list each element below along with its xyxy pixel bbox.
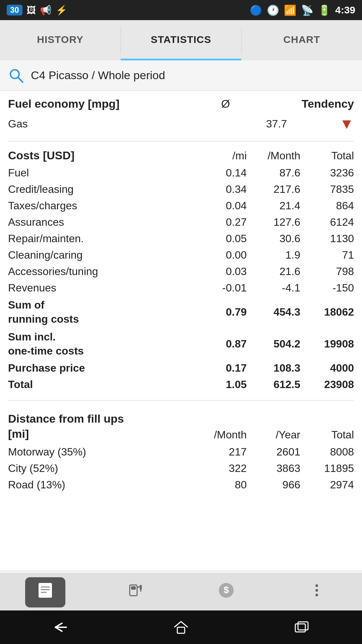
status-signal-icon: 📡 [301, 4, 313, 16]
tendency-down-arrow: ▼ [339, 116, 354, 131]
dist-motorway-total: 8008 [300, 446, 354, 458]
dist-road-label: Road (13%) [8, 479, 193, 491]
svg-rect-2 [39, 583, 52, 598]
status-icon-image: 🖼 [26, 5, 36, 16]
cost-row-purchase: Purchase price 0.17 108.3 4000 [8, 360, 354, 376]
cost-assurances-month: 127.6 [247, 216, 300, 228]
nav-fuel-button[interactable] [116, 577, 156, 607]
tab-history[interactable]: HISTORY [0, 20, 120, 60]
cost-taxes-mi: 0.04 [200, 200, 247, 212]
dist-city-label: City (52%) [8, 462, 193, 475]
svg-point-15 [315, 594, 318, 596]
cost-credit-mi: 0.34 [200, 183, 247, 196]
cost-row-total: Total 1.05 612.5 23908 [8, 376, 354, 393]
fuel-economy-gas-label: Gas [8, 118, 233, 130]
cost-row-fuel: Fuel 0.14 87.6 3236 [8, 165, 354, 181]
cost-cleaning-mi: 0.00 [200, 249, 247, 261]
cost-cleaning-label: Cleaning/caring [8, 249, 200, 261]
sys-back-button[interactable] [37, 614, 84, 641]
nav-notes-button[interactable] [25, 577, 65, 607]
nav-costs-button[interactable]: $ [206, 577, 246, 607]
svg-rect-9 [140, 585, 142, 590]
cost-row-sum-running: Sum ofrunning costs 0.79 454.3 18062 [8, 296, 354, 328]
status-bar: 30 🖼 📢 ⚡ 🔵 🕐 📶 📡 🔋 4:39 [0, 0, 362, 20]
cost-cleaning-total: 71 [300, 249, 354, 261]
cost-taxes-total: 864 [300, 200, 354, 212]
svg-rect-19 [298, 622, 308, 630]
cost-fuel-month: 87.6 [247, 167, 300, 179]
svg-rect-17 [177, 627, 185, 633]
cost-total-month: 612.5 [247, 378, 300, 391]
distance-col-total: Total [300, 429, 354, 441]
status-battery-icon: 🔋 [318, 4, 330, 16]
dist-road-year: 966 [247, 479, 300, 491]
cost-total-label: Total [8, 378, 200, 391]
cost-revenues-month: -4.1 [247, 282, 300, 294]
status-bar-left: 30 🖼 📢 ⚡ [7, 5, 67, 16]
cost-row-repair: Repair/mainten. 0.05 30.6 1130 [8, 230, 354, 247]
dollar-icon: $ [218, 582, 235, 603]
cost-assurances-total: 6124 [300, 216, 354, 228]
cost-credit-month: 217.6 [247, 183, 300, 196]
cost-revenues-mi: -0.01 [200, 282, 247, 294]
cost-row-sum-incl: Sum incl.one-time costs 0.87 504.2 19908 [8, 328, 354, 360]
status-icon-volume: 📢 [40, 5, 52, 16]
cost-sum-incl-total: 19908 [300, 338, 354, 350]
tab-bar: HISTORY STATISTICS CHART [0, 20, 362, 60]
svg-rect-18 [295, 624, 305, 632]
cost-accessories-month: 21.6 [247, 265, 300, 278]
dist-city-total: 11895 [300, 462, 354, 475]
cost-sum-running-label: Sum ofrunning costs [8, 298, 200, 326]
dist-row-city: City (52%) 322 3863 11895 [8, 460, 354, 477]
notes-icon [37, 582, 54, 603]
dist-motorway-label: Motorway (35%) [8, 446, 193, 458]
dist-city-year: 3863 [247, 462, 300, 475]
cost-revenues-label: Revenues [8, 282, 200, 294]
dist-row-motorway: Motorway (35%) 217 2601 8008 [8, 444, 354, 460]
cost-repair-label: Repair/mainten. [8, 232, 200, 245]
bottom-nav: $ [0, 574, 362, 610]
svg-point-13 [315, 584, 318, 587]
svg-rect-7 [131, 586, 136, 590]
fuel-economy-header: Fuel economy [mpg] Ø Tendency [8, 97, 354, 110]
cost-accessories-total: 798 [300, 265, 354, 278]
cost-revenues-total: -150 [300, 282, 354, 294]
dist-road-month: 80 [193, 479, 247, 491]
distance-col-month: /Month [193, 429, 247, 441]
nav-more-button[interactable] [297, 577, 337, 607]
distance-col-year: /Year [247, 429, 300, 441]
cost-sum-incl-mi: 0.87 [200, 338, 247, 350]
svg-point-14 [315, 589, 318, 592]
cost-fuel-label: Fuel [8, 167, 200, 179]
divider-fuel-costs [8, 141, 354, 142]
cost-row-cleaning: Cleaning/caring 0.00 1.9 71 [8, 247, 354, 263]
system-nav-bar [0, 610, 362, 644]
cost-assurances-label: Assurances [8, 216, 200, 228]
fuel-economy-col-tendency: Tendency [287, 97, 354, 110]
cost-purchase-total: 4000 [300, 362, 354, 374]
tab-chart[interactable]: CHART [242, 20, 362, 60]
sys-recents-button[interactable] [278, 614, 325, 641]
cost-sum-running-mi: 0.79 [200, 306, 247, 318]
cost-taxes-month: 21.4 [247, 200, 300, 212]
cost-fuel-total: 3236 [300, 167, 354, 179]
cost-repair-total: 1130 [300, 232, 354, 245]
tab-statistics[interactable]: STATISTICS [121, 20, 241, 60]
fuel-economy-gas-row: Gas 37.7 ▼ [8, 114, 354, 134]
svg-line-1 [18, 77, 23, 82]
distance-title: Distance from fill ups[mi] [8, 411, 193, 441]
cost-row-taxes: Taxes/charges 0.04 21.4 864 [8, 198, 354, 214]
more-dots-icon [314, 582, 319, 603]
dist-motorway-year: 2601 [247, 446, 300, 458]
search-bar: C4 Picasso / Whole period [0, 60, 362, 91]
cost-taxes-label: Taxes/charges [8, 200, 200, 212]
cost-credit-label: Credit/leasing [8, 183, 200, 196]
section-distance: Distance from fill ups[mi] /Month /Year … [8, 405, 354, 496]
cost-row-credit: Credit/leasing 0.34 217.6 7835 [8, 181, 354, 198]
fuel-pump-icon [127, 582, 144, 603]
cost-row-assurances: Assurances 0.27 127.6 6124 [8, 214, 354, 230]
cost-accessories-mi: 0.03 [200, 265, 247, 278]
sys-home-button[interactable] [158, 614, 204, 641]
cost-sum-running-total: 18062 [300, 306, 354, 318]
fuel-economy-col-avg: Ø [176, 97, 230, 110]
